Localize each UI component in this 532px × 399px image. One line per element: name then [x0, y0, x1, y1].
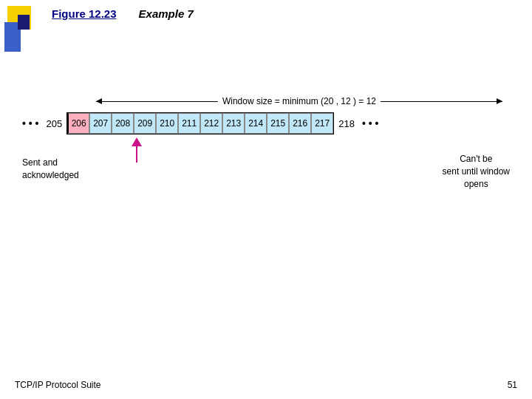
example-title: Example 7 — [139, 7, 194, 20]
footer: TCP/IP Protocol Suite 51 — [15, 380, 517, 390]
figure-title: Figure 12.23 — [52, 7, 117, 20]
seq-box-216: 216 — [289, 113, 311, 134]
label-cant-line1: Can't be — [460, 154, 492, 164]
footer-right: 51 — [508, 380, 517, 390]
seq-box-212: 212 — [200, 113, 222, 134]
label-sent-line2: acknowledged — [22, 170, 79, 180]
seq-box-211: 211 — [178, 113, 200, 134]
label-sent-line1: Sent and — [22, 157, 58, 168]
seq-box-215: 215 — [267, 113, 289, 134]
dots-right: • • • — [362, 117, 378, 129]
arrow-up-container — [132, 137, 142, 163]
corner-dark — [18, 15, 30, 30]
seq-box-209: 209 — [134, 113, 156, 134]
label-cant-line2: sent until window — [443, 166, 510, 177]
seq-box-207: 207 — [89, 113, 112, 134]
window-size-container: Window size = minimum (20 , 12 ) = 12 — [96, 96, 502, 106]
seq-box-213: 213 — [222, 113, 245, 134]
seq-box-214: 214 — [245, 113, 267, 134]
label-cant-line3: opens — [464, 179, 488, 189]
diagram: Window size = minimum (20 , 12 ) = 12 • … — [22, 96, 510, 134]
sequence-row: • • • 205 206207208209210211212213214215… — [22, 112, 510, 134]
seq-box-206: 206 — [67, 113, 89, 134]
seq-box-210: 210 — [156, 113, 178, 134]
num-205: 205 — [43, 115, 65, 132]
arrow-up-head — [132, 137, 142, 146]
header: Figure 12.23 Example 7 — [52, 7, 194, 20]
boxes-wrapper: 206207208209210211212213214215216217 — [66, 112, 334, 134]
corner-decoration — [0, 0, 44, 52]
num-218: 218 — [335, 115, 358, 132]
seq-box-217: 217 — [311, 113, 333, 134]
arrow-up-line — [136, 146, 137, 163]
label-cant: Can't be sent until window opens — [443, 153, 510, 190]
seq-box-208: 208 — [112, 113, 134, 134]
footer-left: TCP/IP Protocol Suite — [15, 380, 101, 390]
dots-left: • • • — [22, 117, 38, 129]
label-sent: Sent and acknowledged — [22, 157, 79, 182]
window-size-text: Window size = minimum (20 , 12 ) = 12 — [218, 96, 381, 106]
